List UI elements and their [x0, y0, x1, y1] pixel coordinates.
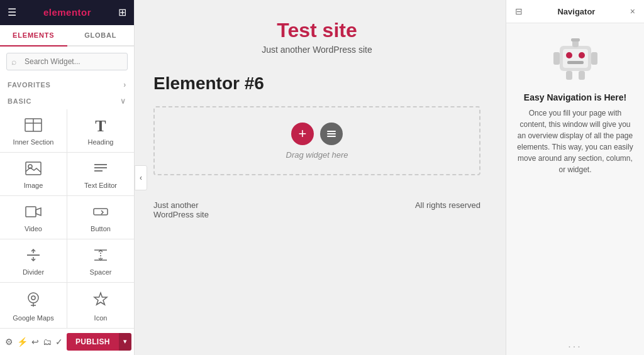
svg-point-17: [31, 296, 35, 300]
grid-icon[interactable]: ⊞: [118, 6, 126, 18]
svg-marker-18: [94, 293, 107, 305]
favorites-label: FAVORITES: [8, 81, 51, 89]
search-wrapper: [6, 53, 128, 70]
drag-label: Drag widget here: [286, 150, 348, 160]
widget-icon[interactable]: Icon: [67, 283, 134, 328]
tab-elements[interactable]: ELEMENTS: [0, 25, 67, 46]
site-header: Test site Just another WordPress site: [153, 19, 480, 55]
navigator-header: ⊟ Navigator ×: [506, 0, 644, 23]
widget-google-maps-label: Google Maps: [13, 314, 53, 322]
widget-spacer[interactable]: Spacer: [67, 239, 134, 282]
navigator-title: Navigator: [525, 7, 628, 16]
navigator-illustration: [547, 33, 604, 84]
footer-right-text: All rights reserved: [415, 200, 480, 219]
canvas-content: Test site Just another WordPress site El…: [135, 0, 506, 355]
canvas-footer: Just another WordPress site All rights r…: [153, 194, 480, 226]
favorites-arrow[interactable]: ›: [123, 80, 126, 89]
drop-zone-controls: +: [291, 123, 343, 145]
svg-point-25: [579, 52, 585, 58]
svg-point-24: [566, 52, 572, 58]
panel-header: ☰ elementor ⊞: [0, 0, 134, 25]
search-input[interactable]: [6, 53, 128, 70]
site-title: Test site: [153, 19, 480, 42]
search-box: [0, 46, 134, 77]
site-subtitle: Just another WordPress site: [153, 45, 480, 55]
svg-rect-23: [563, 49, 588, 68]
svg-rect-26: [567, 61, 584, 64]
widgets-grid: Inner Section T Heading Image: [0, 109, 134, 328]
navigator-minimize-icon[interactable]: ⊟: [513, 5, 525, 18]
hamburger-icon[interactable]: ☰: [8, 6, 16, 18]
navigator-footer: ...: [506, 334, 644, 355]
icon-widget-icon: [92, 292, 109, 310]
panel-tabs: ELEMENTS GLOBAL: [0, 25, 134, 46]
divider-icon: [25, 248, 42, 265]
widget-icon-label: Icon: [94, 314, 108, 322]
navigator-icon[interactable]: 🗂: [43, 333, 52, 351]
left-panel: ☰ elementor ⊞ ELEMENTS GLOBAL FAVORITES …: [0, 0, 135, 355]
svg-rect-21: [327, 136, 336, 137]
spacer-icon: [92, 248, 109, 265]
inner-section-icon: [25, 118, 42, 134]
widget-text-editor-label: Text Editor: [84, 182, 117, 189]
svg-point-16: [28, 293, 38, 303]
svg-rect-29: [553, 52, 560, 65]
collapse-panel-button[interactable]: ‹: [135, 165, 147, 190]
text-editor-icon: [92, 161, 109, 178]
button-icon: [92, 205, 109, 221]
heading-icon: T: [95, 118, 106, 134]
widget-image-label: Image: [24, 182, 43, 189]
main-canvas: ‹ Test site Just another WordPress site …: [135, 0, 506, 355]
widget-spacer-label: Spacer: [90, 268, 112, 276]
widget-image[interactable]: Image: [0, 153, 67, 195]
widget-video-label: Video: [25, 225, 42, 232]
widget-button-label: Button: [91, 225, 111, 232]
check-icon[interactable]: ✓: [55, 333, 63, 351]
svg-rect-28: [571, 38, 580, 41]
page-title: Elementor #6: [153, 74, 480, 94]
video-icon: [25, 205, 42, 221]
history-icon[interactable]: ↩: [31, 333, 39, 351]
svg-rect-9: [94, 209, 108, 215]
navigator-heading: Easy Navigation is Here!: [524, 92, 626, 102]
widget-heading-label: Heading: [88, 138, 114, 146]
navigator-close-icon[interactable]: ×: [628, 5, 638, 18]
svg-rect-3: [26, 162, 41, 175]
widget-inner-section-label: Inner Section: [13, 138, 54, 146]
widget-heading[interactable]: T Heading: [67, 109, 134, 152]
widget-divider[interactable]: Divider: [0, 239, 67, 282]
navigator-description: Once you fill your page with content, th…: [516, 107, 634, 175]
tab-global[interactable]: GLOBAL: [67, 25, 135, 46]
drop-zone[interactable]: + Drag widget here: [153, 106, 480, 175]
widget-button[interactable]: Button: [67, 196, 134, 239]
widget-text-editor[interactable]: Text Editor: [67, 153, 134, 195]
basic-arrow[interactable]: ∨: [120, 97, 126, 106]
svg-rect-8: [26, 207, 36, 217]
widget-video[interactable]: Video: [0, 196, 67, 239]
drop-zone-inner: + Drag widget here: [286, 123, 348, 160]
widget-inner-section[interactable]: Inner Section: [0, 109, 67, 152]
widget-google-maps[interactable]: Google Maps: [0, 283, 67, 328]
widget-divider-label: Divider: [23, 268, 44, 276]
publish-dropdown-button[interactable]: ▾: [119, 333, 131, 351]
elementor-logo: elementor: [43, 7, 91, 18]
responsive-icon[interactable]: ⚡: [17, 333, 28, 351]
svg-rect-19: [327, 131, 336, 132]
basic-section: BASIC ∨: [0, 93, 134, 109]
favorites-section: FAVORITES ›: [0, 77, 134, 93]
navigator-body: Easy Navigation is Here! Once you fill y…: [506, 23, 644, 334]
section-settings-button[interactable]: [320, 123, 343, 145]
publish-button[interactable]: PUBLISH: [67, 333, 119, 351]
add-widget-button[interactable]: +: [291, 123, 314, 145]
footer-left-text: Just another WordPress site: [153, 200, 209, 219]
image-icon: [25, 161, 42, 178]
svg-rect-31: [566, 71, 572, 80]
basic-label: BASIC: [8, 97, 31, 105]
navigator-panel: ⊟ Navigator × Easy Navigation is Here! O…: [506, 0, 644, 355]
svg-rect-30: [591, 52, 597, 65]
bottom-toolbar: ⚙ ⚡ ↩ 🗂 ✓ PUBLISH ▾: [0, 328, 134, 355]
svg-rect-20: [327, 133, 336, 134]
publish-wrapper: PUBLISH ▾: [67, 333, 131, 351]
svg-rect-32: [579, 71, 585, 80]
settings-toolbar-icon[interactable]: ⚙: [5, 333, 13, 351]
